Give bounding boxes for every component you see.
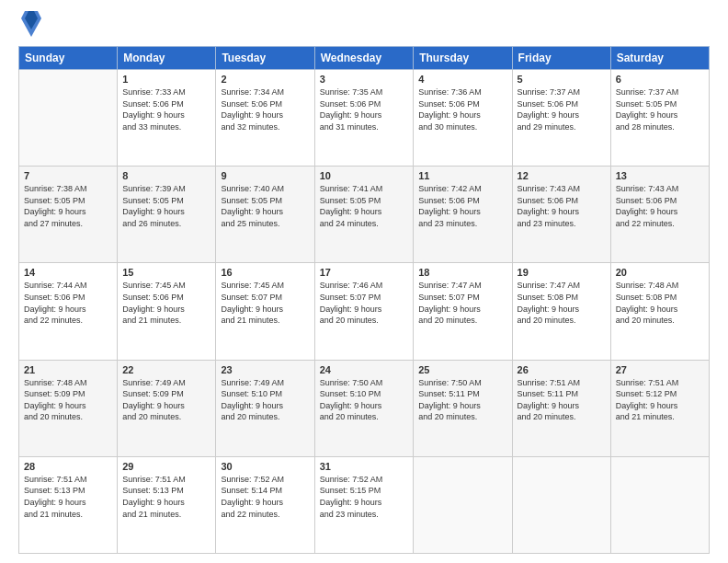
calendar-cell: 7Sunrise: 7:38 AM Sunset: 5:05 PM Daylig…: [19, 167, 118, 263]
calendar-cell: 1Sunrise: 7:33 AM Sunset: 5:06 PM Daylig…: [118, 70, 216, 167]
header: [18, 17, 710, 37]
calendar-week-row: 21Sunrise: 7:48 AM Sunset: 5:09 PM Dayli…: [19, 360, 710, 456]
day-number: 4: [418, 74, 506, 85]
calendar-header-wednesday: Wednesday: [314, 47, 414, 70]
calendar-header-sunday: Sunday: [19, 47, 118, 70]
calendar-cell: 22Sunrise: 7:49 AM Sunset: 5:09 PM Dayli…: [118, 360, 216, 456]
day-info: Sunrise: 7:51 AM Sunset: 5:12 PM Dayligh…: [616, 377, 704, 423]
calendar-cell: [610, 456, 709, 553]
day-number: 31: [320, 461, 409, 472]
calendar-cell: 24Sunrise: 7:50 AM Sunset: 5:10 PM Dayli…: [314, 360, 414, 456]
page: SundayMondayTuesdayWednesdayThursdayFrid…: [0, 0, 728, 563]
day-info: Sunrise: 7:51 AM Sunset: 5:13 PM Dayligh…: [24, 474, 112, 520]
day-number: 16: [221, 267, 309, 278]
calendar-cell: 28Sunrise: 7:51 AM Sunset: 5:13 PM Dayli…: [19, 456, 118, 553]
calendar-cell: 12Sunrise: 7:43 AM Sunset: 5:06 PM Dayli…: [512, 167, 610, 263]
day-info: Sunrise: 7:44 AM Sunset: 5:06 PM Dayligh…: [24, 280, 112, 326]
calendar-week-row: 1Sunrise: 7:33 AM Sunset: 5:06 PM Daylig…: [19, 70, 710, 167]
calendar-header-monday: Monday: [118, 47, 216, 70]
calendar-cell: 5Sunrise: 7:37 AM Sunset: 5:06 PM Daylig…: [512, 70, 610, 167]
day-info: Sunrise: 7:45 AM Sunset: 5:06 PM Dayligh…: [122, 280, 210, 326]
calendar-cell: 29Sunrise: 7:51 AM Sunset: 5:13 PM Dayli…: [118, 456, 216, 553]
calendar-header-tuesday: Tuesday: [216, 47, 314, 70]
day-info: Sunrise: 7:47 AM Sunset: 5:07 PM Dayligh…: [418, 280, 506, 326]
day-number: 21: [24, 364, 112, 375]
calendar-cell: 20Sunrise: 7:48 AM Sunset: 5:08 PM Dayli…: [610, 263, 709, 360]
logo-icon: [21, 11, 41, 37]
day-number: 5: [518, 74, 606, 85]
calendar-header-row: SundayMondayTuesdayWednesdayThursdayFrid…: [19, 47, 710, 70]
day-info: Sunrise: 7:49 AM Sunset: 5:10 PM Dayligh…: [221, 377, 309, 423]
day-number: 29: [122, 461, 210, 472]
calendar-cell: 27Sunrise: 7:51 AM Sunset: 5:12 PM Dayli…: [610, 360, 709, 456]
calendar-cell: 4Sunrise: 7:36 AM Sunset: 5:06 PM Daylig…: [414, 70, 512, 167]
day-info: Sunrise: 7:52 AM Sunset: 5:15 PM Dayligh…: [320, 474, 409, 520]
day-number: 24: [320, 364, 409, 375]
calendar-cell: 10Sunrise: 7:41 AM Sunset: 5:05 PM Dayli…: [314, 167, 414, 263]
day-number: 8: [122, 170, 210, 181]
calendar-cell: 14Sunrise: 7:44 AM Sunset: 5:06 PM Dayli…: [19, 263, 118, 360]
day-number: 17: [320, 267, 409, 278]
day-info: Sunrise: 7:35 AM Sunset: 5:06 PM Dayligh…: [320, 86, 409, 132]
day-info: Sunrise: 7:43 AM Sunset: 5:06 PM Dayligh…: [616, 183, 704, 229]
calendar-cell: [414, 456, 512, 553]
day-info: Sunrise: 7:51 AM Sunset: 5:11 PM Dayligh…: [518, 377, 606, 423]
day-number: 27: [616, 364, 704, 375]
day-info: Sunrise: 7:39 AM Sunset: 5:05 PM Dayligh…: [122, 183, 210, 229]
calendar-table: SundayMondayTuesdayWednesdayThursdayFrid…: [18, 46, 710, 554]
day-number: 10: [320, 170, 409, 181]
day-info: Sunrise: 7:49 AM Sunset: 5:09 PM Dayligh…: [122, 377, 210, 423]
calendar-cell: 9Sunrise: 7:40 AM Sunset: 5:05 PM Daylig…: [216, 167, 314, 263]
day-info: Sunrise: 7:40 AM Sunset: 5:05 PM Dayligh…: [221, 183, 309, 229]
day-info: Sunrise: 7:37 AM Sunset: 5:05 PM Dayligh…: [616, 86, 704, 132]
calendar-cell: 16Sunrise: 7:45 AM Sunset: 5:07 PM Dayli…: [216, 263, 314, 360]
day-number: 9: [221, 170, 309, 181]
day-info: Sunrise: 7:43 AM Sunset: 5:06 PM Dayligh…: [518, 183, 606, 229]
calendar-header-friday: Friday: [512, 47, 610, 70]
calendar-cell: 21Sunrise: 7:48 AM Sunset: 5:09 PM Dayli…: [19, 360, 118, 456]
calendar-cell: 11Sunrise: 7:42 AM Sunset: 5:06 PM Dayli…: [414, 167, 512, 263]
calendar-cell: 17Sunrise: 7:46 AM Sunset: 5:07 PM Dayli…: [314, 263, 414, 360]
day-number: 20: [616, 267, 704, 278]
day-info: Sunrise: 7:33 AM Sunset: 5:06 PM Dayligh…: [122, 86, 210, 132]
calendar-cell: 6Sunrise: 7:37 AM Sunset: 5:05 PM Daylig…: [610, 70, 709, 167]
calendar-cell: 23Sunrise: 7:49 AM Sunset: 5:10 PM Dayli…: [216, 360, 314, 456]
day-info: Sunrise: 7:46 AM Sunset: 5:07 PM Dayligh…: [320, 280, 409, 326]
day-info: Sunrise: 7:48 AM Sunset: 5:09 PM Dayligh…: [24, 377, 112, 423]
day-number: 3: [320, 74, 409, 85]
day-number: 6: [616, 74, 704, 85]
day-number: 25: [418, 364, 506, 375]
day-number: 22: [122, 364, 210, 375]
day-number: 30: [221, 461, 309, 472]
calendar-cell: 18Sunrise: 7:47 AM Sunset: 5:07 PM Dayli…: [414, 263, 512, 360]
day-info: Sunrise: 7:48 AM Sunset: 5:08 PM Dayligh…: [616, 280, 704, 326]
day-info: Sunrise: 7:45 AM Sunset: 5:07 PM Dayligh…: [221, 280, 309, 326]
day-number: 28: [24, 461, 112, 472]
day-number: 2: [221, 74, 309, 85]
calendar-header-thursday: Thursday: [414, 47, 512, 70]
calendar-cell: 26Sunrise: 7:51 AM Sunset: 5:11 PM Dayli…: [512, 360, 610, 456]
day-info: Sunrise: 7:41 AM Sunset: 5:05 PM Dayligh…: [320, 183, 409, 229]
day-number: 7: [24, 170, 112, 181]
day-info: Sunrise: 7:50 AM Sunset: 5:11 PM Dayligh…: [418, 377, 506, 423]
day-number: 15: [122, 267, 210, 278]
day-info: Sunrise: 7:42 AM Sunset: 5:06 PM Dayligh…: [418, 183, 506, 229]
calendar-cell: 31Sunrise: 7:52 AM Sunset: 5:15 PM Dayli…: [314, 456, 414, 553]
day-info: Sunrise: 7:37 AM Sunset: 5:06 PM Dayligh…: [518, 86, 606, 132]
calendar-cell: 8Sunrise: 7:39 AM Sunset: 5:05 PM Daylig…: [118, 167, 216, 263]
calendar-cell: 30Sunrise: 7:52 AM Sunset: 5:14 PM Dayli…: [216, 456, 314, 553]
day-number: 19: [518, 267, 606, 278]
calendar-cell: [512, 456, 610, 553]
day-number: 11: [418, 170, 506, 181]
calendar-cell: 2Sunrise: 7:34 AM Sunset: 5:06 PM Daylig…: [216, 70, 314, 167]
day-info: Sunrise: 7:36 AM Sunset: 5:06 PM Dayligh…: [418, 86, 506, 132]
day-number: 23: [221, 364, 309, 375]
day-info: Sunrise: 7:38 AM Sunset: 5:05 PM Dayligh…: [24, 183, 112, 229]
calendar-cell: 19Sunrise: 7:47 AM Sunset: 5:08 PM Dayli…: [512, 263, 610, 360]
calendar-cell: 15Sunrise: 7:45 AM Sunset: 5:06 PM Dayli…: [118, 263, 216, 360]
calendar-header-saturday: Saturday: [610, 47, 709, 70]
day-number: 26: [518, 364, 606, 375]
calendar-week-row: 14Sunrise: 7:44 AM Sunset: 5:06 PM Dayli…: [19, 263, 710, 360]
day-info: Sunrise: 7:51 AM Sunset: 5:13 PM Dayligh…: [122, 474, 210, 520]
day-number: 12: [518, 170, 606, 181]
